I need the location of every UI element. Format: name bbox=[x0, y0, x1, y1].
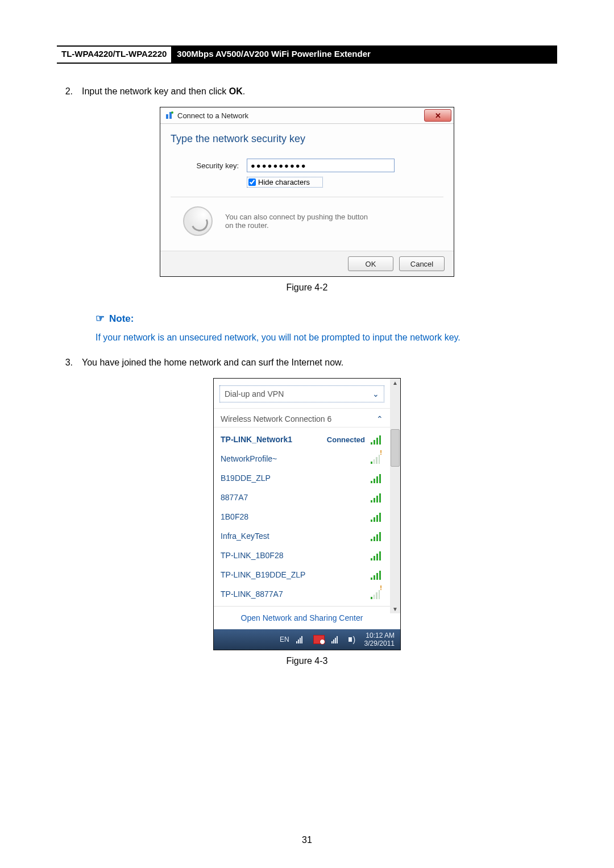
network-icon bbox=[165, 111, 174, 120]
scrollbar[interactable]: ▲ ▼ bbox=[390, 379, 400, 613]
security-key-label: Security key: bbox=[171, 161, 247, 170]
network-name: NetworkProfile~ bbox=[221, 454, 371, 463]
signal-icon bbox=[371, 434, 383, 445]
network-tray-icon[interactable] bbox=[331, 636, 342, 643]
volume-tray-icon[interactable] bbox=[349, 636, 358, 643]
svg-rect-0 bbox=[166, 114, 168, 119]
network-item[interactable]: 8877A7 bbox=[214, 488, 390, 507]
network-item[interactable]: TP-LINK_B19DDE_ZLP bbox=[214, 565, 390, 584]
step-number: 2. bbox=[57, 86, 82, 97]
system-tray: EN 10:12 AM3/29/2011 bbox=[214, 629, 400, 650]
chevron-up-icon: ⌃ bbox=[376, 414, 383, 423]
signal-icon bbox=[371, 512, 383, 522]
step-text: Input the network key and then click OK. bbox=[82, 86, 245, 97]
connect-network-dialog: Connect to a Network ✕ Type the network … bbox=[160, 107, 454, 277]
figure-caption-2: Figure 4-3 bbox=[57, 656, 557, 666]
tray-clock[interactable]: 10:12 AM3/29/2011 bbox=[364, 632, 395, 647]
open-network-center-link[interactable]: Open Network and Sharing Center bbox=[214, 606, 390, 629]
close-button[interactable]: ✕ bbox=[424, 109, 451, 122]
network-name: B19DDE_ZLP bbox=[221, 474, 371, 483]
action-center-icon[interactable] bbox=[313, 635, 325, 644]
wireless-section-header[interactable]: Wireless Network Connection 6 ⌃ bbox=[214, 408, 390, 427]
network-item[interactable]: TP-LINK_1B0F28 bbox=[214, 546, 390, 565]
signal-icon bbox=[371, 589, 383, 599]
dialup-vpn-group[interactable]: Dial-up and VPN ⌄ bbox=[219, 385, 384, 402]
signal-icon bbox=[371, 492, 383, 502]
security-key-input[interactable] bbox=[247, 159, 395, 172]
network-item[interactable]: TP-LINK_Network1Connected bbox=[214, 430, 390, 449]
doc-header: TL-WPA4220/TL-WPA2220 300Mbps AV500/AV20… bbox=[57, 45, 557, 64]
dialog-title: Connect to a Network bbox=[177, 111, 248, 120]
network-item[interactable]: Infra_KeyTest bbox=[214, 526, 390, 546]
network-status: Connected bbox=[327, 435, 365, 444]
model-number: TL-WPA4220/TL-WPA2220 bbox=[57, 47, 171, 63]
signal-icon bbox=[371, 473, 383, 483]
hide-characters-box[interactable] bbox=[248, 178, 256, 186]
figure-caption-1: Figure 4-2 bbox=[57, 283, 557, 293]
network-list: TP-LINK_Network1ConnectedNetworkProfile~… bbox=[214, 427, 390, 606]
network-item[interactable]: B19DDE_ZLP bbox=[214, 468, 390, 488]
wps-icon bbox=[183, 206, 213, 236]
signal-tray-icon[interactable] bbox=[296, 636, 306, 643]
network-name: TP-LINK_1B0F28 bbox=[221, 551, 371, 560]
dialog-button-bar: OK Cancel bbox=[160, 251, 454, 276]
note-heading: ☞Note: bbox=[96, 312, 557, 325]
product-name: 300Mbps AV500/AV200 WiFi Powerline Exten… bbox=[171, 47, 557, 63]
signal-icon bbox=[371, 531, 383, 541]
network-name: TP-LINK_Network1 bbox=[221, 435, 327, 444]
note-body: If your network is an unsecured network,… bbox=[96, 333, 557, 343]
chevron-down-icon: ⌄ bbox=[372, 389, 379, 398]
hide-characters-checkbox[interactable]: Hide characters bbox=[247, 177, 323, 188]
step-3: 3. You have joined the home network and … bbox=[57, 358, 557, 368]
network-name: 1B0F28 bbox=[221, 512, 371, 521]
signal-icon bbox=[371, 570, 383, 580]
network-name: Infra_KeyTest bbox=[221, 531, 371, 541]
language-indicator[interactable]: EN bbox=[280, 636, 289, 643]
step-number: 3. bbox=[57, 358, 82, 368]
network-name: TP-LINK_8877A7 bbox=[221, 589, 371, 599]
network-flyout: ▲ ▼ Dial-up and VPN ⌄ Wireless Network C… bbox=[213, 378, 401, 650]
network-item[interactable]: NetworkProfile~ bbox=[214, 449, 390, 468]
network-item[interactable]: TP-LINK_8877A7 bbox=[214, 584, 390, 604]
hand-icon: ☞ bbox=[96, 313, 105, 324]
scroll-up-icon[interactable]: ▲ bbox=[392, 379, 398, 387]
cancel-button[interactable]: Cancel bbox=[399, 256, 445, 271]
page-number: 31 bbox=[0, 835, 614, 845]
signal-icon bbox=[371, 550, 383, 560]
dialog-titlebar: Connect to a Network ✕ bbox=[160, 107, 454, 124]
ok-button[interactable]: OK bbox=[348, 256, 393, 271]
network-item[interactable]: 1B0F28 bbox=[214, 507, 390, 526]
wps-hint: You can also connect by pushing the butt… bbox=[171, 197, 443, 247]
svg-point-2 bbox=[171, 111, 173, 114]
scroll-down-icon[interactable]: ▼ bbox=[392, 605, 398, 613]
network-name: 8877A7 bbox=[221, 493, 371, 502]
step-text: You have joined the home network and can… bbox=[82, 358, 343, 368]
network-name: TP-LINK_B19DDE_ZLP bbox=[221, 570, 371, 579]
dialog-heading: Type the network security key bbox=[171, 133, 443, 145]
signal-icon bbox=[371, 454, 383, 464]
scroll-thumb[interactable] bbox=[391, 429, 400, 467]
step-2: 2. Input the network key and then click … bbox=[57, 86, 557, 97]
